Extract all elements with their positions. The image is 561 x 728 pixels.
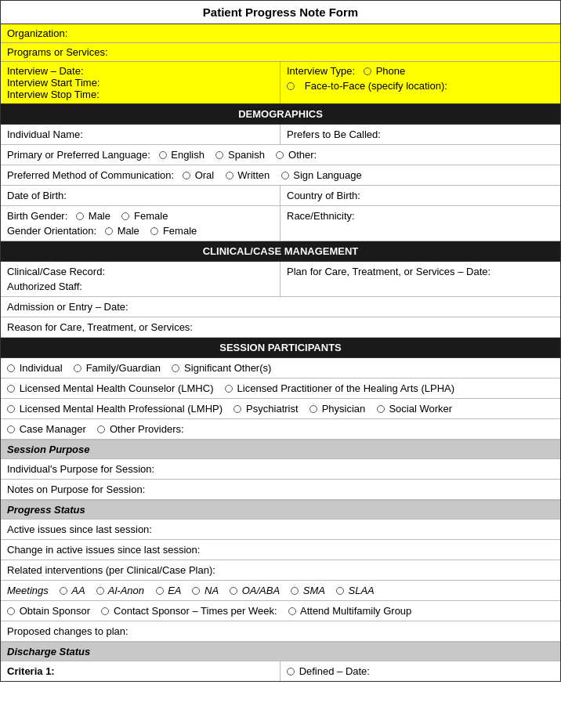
- interview-type-row: Interview Type: Phone: [287, 65, 554, 77]
- other-label: Other:: [288, 149, 317, 161]
- significant-radio[interactable]: [172, 364, 179, 372]
- interview-stop-label: Interview Stop Time:: [7, 89, 100, 100]
- related-interventions-label: Related interventions (per Clinical/Case…: [7, 564, 215, 576]
- na-radio[interactable]: [192, 587, 200, 595]
- individual-purpose-label: Individual's Purpose for Session:: [7, 463, 154, 475]
- case-manager-radio[interactable]: [7, 426, 15, 433]
- oaaba-radio[interactable]: [230, 587, 237, 595]
- sign-radio[interactable]: [281, 172, 289, 179]
- oral-label: Oral: [195, 169, 215, 181]
- plan-label: Plan for Care, Treatment, or Services – …: [287, 266, 490, 277]
- oaaba-label: OA/ABA: [242, 585, 280, 596]
- birth-female-label: Female: [134, 210, 168, 222]
- physician-radio[interactable]: [309, 405, 317, 413]
- staff-label: Authorized Staff:: [7, 281, 82, 292]
- obtain-sponsor-label: Obtain Sponsor: [20, 605, 90, 617]
- written-radio[interactable]: [226, 172, 233, 179]
- lpha-radio[interactable]: [225, 385, 233, 393]
- programs-row: Programs or Services:: [1, 43, 560, 62]
- oral-radio[interactable]: [183, 172, 190, 179]
- title-text: Patient Progress Note Form: [203, 5, 358, 19]
- english-radio[interactable]: [159, 151, 167, 159]
- na-label: NA: [204, 585, 219, 596]
- organization-label: Organization:: [7, 27, 67, 39]
- interview-start-label: Interview Start Time:: [7, 77, 100, 89]
- other-providers-label: Other Providers:: [110, 423, 184, 435]
- meetings-row: Meetings AA Al-Anon EA NA OA/ABA SMA SLA…: [1, 581, 560, 601]
- aa-radio[interactable]: [60, 587, 67, 595]
- session-header: SESSION PARTICIPANTS: [1, 338, 560, 358]
- family-label: Family/Guardian: [86, 362, 161, 374]
- ea-radio[interactable]: [156, 587, 164, 595]
- proposed-changes-label: Proposed changes to plan:: [7, 625, 128, 637]
- contact-sponsor-radio[interactable]: [101, 607, 109, 615]
- phone-label: Phone: [376, 65, 406, 77]
- individual-radio[interactable]: [7, 364, 15, 372]
- significant-label: Significant Other(s): [184, 362, 271, 374]
- attend-radio[interactable]: [288, 607, 296, 615]
- interview-right: Interview Type: Phone Face-to-Face (spec…: [280, 62, 560, 103]
- record-label: Clinical/Case Record:: [7, 266, 105, 277]
- gender-block: Birth Gender: Male Female Gender Orienta…: [1, 206, 280, 241]
- spanish-label: Spanish: [228, 149, 265, 161]
- spanish-radio[interactable]: [215, 151, 223, 159]
- interview-date: Interview – Date:: [7, 65, 273, 77]
- family-radio[interactable]: [74, 364, 81, 372]
- obtain-sponsor-radio[interactable]: [7, 607, 15, 615]
- reason-label: Reason for Care, Treatment, or Services:: [7, 321, 193, 333]
- other-radio[interactable]: [276, 151, 284, 159]
- prefers-label: Prefers to Be Called:: [287, 129, 381, 140]
- orient-male-radio[interactable]: [105, 227, 113, 235]
- interview-type-label: Interview Type:: [287, 65, 355, 77]
- organization-row: Organization:: [1, 24, 560, 43]
- lmhp-radio[interactable]: [7, 405, 15, 413]
- record-cell: Clinical/Case Record: Authorized Staff:: [1, 262, 280, 296]
- gender-orient-label: Gender Orientation:: [7, 225, 96, 237]
- defined-date-radio[interactable]: [287, 668, 295, 675]
- lmhp-label: Licensed Mental Health Professional (LMH…: [20, 403, 223, 415]
- face-radio[interactable]: [287, 82, 295, 90]
- birth-gender-row: Birth Gender: Male Female: [7, 210, 273, 222]
- sma-label: SMA: [303, 585, 325, 596]
- psychiatrist-label: Psychiatrist: [246, 403, 298, 415]
- other-providers-radio[interactable]: [97, 426, 105, 433]
- phone-radio[interactable]: [364, 67, 371, 75]
- prefers-cell: Prefers to Be Called:: [280, 125, 560, 144]
- orient-female-label: Female: [163, 225, 197, 237]
- slaa-radio[interactable]: [336, 587, 344, 595]
- birth-gender-label: Birth Gender:: [7, 210, 67, 222]
- session-purpose-label: Session Purpose: [7, 444, 89, 455]
- individual-purpose-row: Individual's Purpose for Session:: [1, 459, 560, 480]
- orient-male-label: Male: [118, 225, 139, 237]
- psychiatrist-radio[interactable]: [233, 405, 241, 413]
- slaa-label: SLAA: [349, 585, 375, 596]
- orient-female-radio[interactable]: [150, 227, 158, 235]
- defined-date-cell: Defined – Date:: [280, 661, 560, 681]
- progress-status-header: Progress Status: [1, 500, 560, 520]
- record-label-div: Clinical/Case Record:: [7, 266, 273, 277]
- birth-male-radio[interactable]: [76, 212, 84, 220]
- lmhc-label: Licensed Mental Health Counselor (LMHC): [20, 382, 214, 394]
- ea-label: EA: [168, 585, 181, 596]
- alanon-radio[interactable]: [96, 587, 104, 595]
- reason-row: Reason for Care, Treatment, or Services:: [1, 317, 560, 338]
- discharge-status-label: Discharge Status: [7, 646, 90, 657]
- admission-row: Admission or Entry – Date:: [1, 297, 560, 317]
- meetings-label: Meetings: [7, 585, 49, 596]
- criteria1-cell: Criteria 1:: [1, 661, 280, 681]
- interview-stop: Interview Stop Time:: [7, 89, 273, 100]
- individual-name-label: Individual Name:: [7, 129, 83, 140]
- criteria1-label: Criteria 1:: [7, 665, 55, 677]
- sma-radio[interactable]: [291, 587, 299, 595]
- staff-label-div: Authorized Staff:: [7, 281, 273, 292]
- notes-purpose-label: Notes on Purpose for Session:: [7, 484, 145, 495]
- individual-name-cell: Individual Name:: [1, 125, 280, 144]
- participants-row4: Case Manager Other Providers:: [1, 419, 560, 440]
- notes-purpose-row: Notes on Purpose for Session:: [1, 480, 560, 500]
- birth-female-radio[interactable]: [121, 212, 129, 220]
- social-worker-radio[interactable]: [377, 405, 385, 413]
- interview-date-label: Interview – Date:: [7, 65, 84, 77]
- discharge-status-header: Discharge Status: [1, 642, 560, 661]
- lmhc-radio[interactable]: [7, 385, 15, 393]
- progress-status-label: Progress Status: [7, 504, 85, 516]
